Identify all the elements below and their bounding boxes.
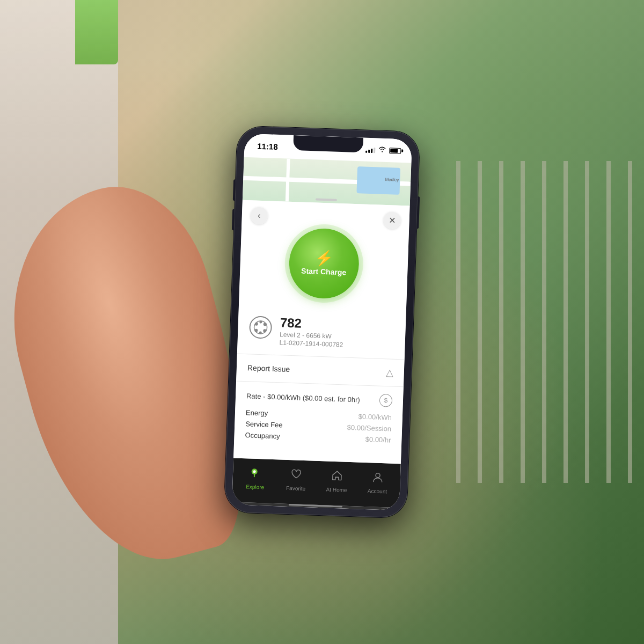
at-home-label: At Home	[326, 486, 347, 493]
favorite-label: Favorite	[286, 485, 305, 491]
nav-item-account[interactable]: Account	[357, 466, 399, 499]
service-fee-label: Service Fee	[245, 420, 283, 429]
wifi-icon	[378, 146, 386, 153]
bottom-nav: Explore Favorite A	[232, 458, 401, 508]
energy-label: Energy	[246, 408, 268, 417]
phone-wrapper: 11:18	[224, 126, 420, 518]
nav-item-explore[interactable]: Explore	[235, 462, 276, 495]
right-structure	[456, 161, 644, 483]
battery-icon	[389, 148, 401, 154]
status-time: 11:18	[257, 141, 278, 151]
start-charge-button[interactable]: ⚡ Start Charge	[288, 228, 360, 299]
service-fee-row: Service Fee $0.00/Session	[245, 420, 391, 433]
svg-point-0	[250, 316, 272, 338]
account-label: Account	[368, 488, 387, 494]
lightning-bolt-icon: ⚡	[314, 251, 334, 266]
occupancy-row: Occupancy $0.00/hr	[245, 431, 391, 444]
dollar-circle-icon: $	[379, 394, 393, 407]
signal-bar-3	[371, 149, 372, 153]
rate-header: Rate - $0.00/kWh ($0.00 est. for 0hr) $	[246, 389, 393, 407]
favorite-icon	[290, 468, 303, 484]
svg-point-2	[255, 323, 258, 326]
charger-info: 782 Level 2 - 6656 kW L1-0207-1914-00078…	[237, 306, 406, 360]
start-charge-label: Start Charge	[301, 266, 347, 277]
nav-item-at-home[interactable]: At Home	[316, 464, 358, 497]
notch	[293, 135, 363, 153]
charger-details: 782 Level 2 - 6656 kW L1-0207-1914-00078…	[279, 316, 395, 350]
rate-section: Rate - $0.00/kWh ($0.00 est. for 0hr) $ …	[234, 381, 404, 452]
battery-fill	[390, 149, 398, 152]
status-icons	[365, 146, 401, 155]
connector-icon	[248, 315, 273, 340]
map-drag-handle[interactable]	[316, 198, 337, 201]
content-area: ‹ ✕ ⚡ Start Charge	[233, 200, 410, 464]
map-location-label: Medley	[385, 177, 399, 182]
rate-title: Rate - $0.00/kWh ($0.00 est. for 0hr)	[246, 392, 360, 404]
occupancy-value: $0.00/hr	[365, 435, 391, 444]
warning-icon: △	[385, 367, 393, 378]
account-icon	[371, 471, 384, 486]
svg-point-10	[376, 473, 380, 477]
energy-value: $0.00/kWh	[358, 412, 392, 421]
phone-case: 11:18	[224, 126, 420, 518]
occupancy-label: Occupancy	[245, 431, 280, 440]
at-home-icon	[331, 469, 343, 485]
signal-bars	[365, 147, 375, 153]
nav-item-favorite[interactable]: Favorite	[275, 463, 317, 496]
phone-screen: 11:18	[232, 134, 412, 510]
explore-label: Explore	[246, 484, 264, 490]
green-accent	[75, 0, 118, 64]
explore-icon	[250, 466, 262, 482]
map-area[interactable]: Medley	[243, 157, 412, 206]
back-button[interactable]: ‹	[250, 207, 268, 224]
signal-bar-4	[374, 148, 375, 153]
close-button[interactable]: ✕	[383, 211, 401, 229]
signal-bar-2	[368, 150, 370, 153]
svg-point-3	[264, 323, 267, 326]
svg-point-5	[263, 329, 266, 332]
signal-bar-1	[365, 151, 367, 153]
energy-rate-row: Energy $0.00/kWh	[246, 408, 392, 421]
charger-number: 782	[280, 316, 395, 333]
svg-point-4	[254, 329, 258, 332]
service-fee-value: $0.00/Session	[347, 423, 392, 433]
report-issue-label: Report Issue	[247, 363, 290, 374]
